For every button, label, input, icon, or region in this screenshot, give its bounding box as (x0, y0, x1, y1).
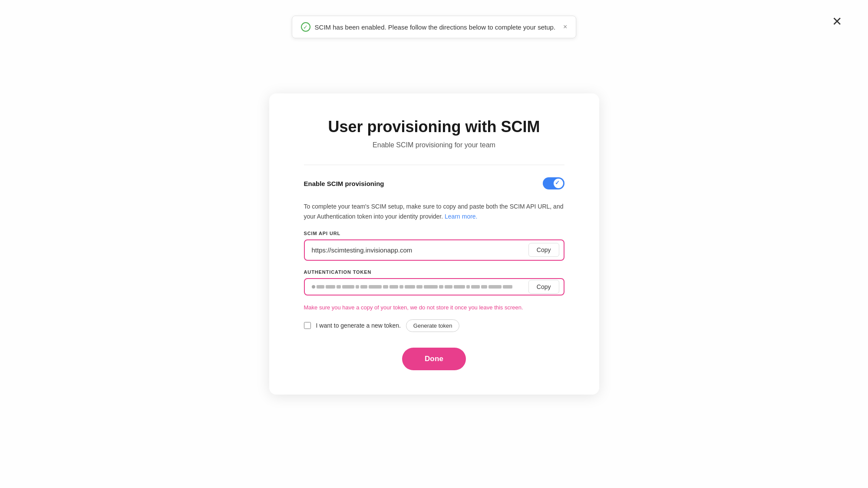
token-char (369, 285, 382, 289)
toast-notification: ✓ SCIM has been enabled. Please follow t… (292, 16, 577, 38)
modal-overlay: ✕ ✓ SCIM has been enabled. Please follow… (0, 0, 868, 488)
token-char (326, 285, 335, 289)
token-char (424, 285, 438, 289)
scim-url-copy-button[interactable]: Copy (528, 243, 559, 257)
token-char (360, 285, 367, 289)
modal-subtitle: Enable SCIM provisioning for your team (304, 141, 564, 149)
done-button[interactable]: Done (402, 348, 466, 370)
scim-url-input[interactable] (305, 240, 528, 260)
scim-url-field-container: Copy (304, 239, 564, 261)
modal-dialog: User provisioning with SCIM Enable SCIM … (269, 93, 599, 395)
token-char (405, 285, 415, 289)
toast-message: SCIM has been enabled. Please follow the… (315, 23, 556, 31)
token-char (416, 285, 422, 289)
token-char (342, 285, 354, 289)
token-char (445, 285, 452, 289)
modal-close-button[interactable]: ✕ (832, 16, 842, 28)
toggle-label: Enable SCIM provisioning (304, 180, 384, 187)
token-char (481, 285, 487, 289)
toast-close-button[interactable]: × (563, 23, 567, 31)
token-char (317, 285, 324, 289)
token-char (471, 285, 480, 289)
generate-token-button[interactable]: Generate token (406, 319, 460, 332)
auth-token-display (305, 279, 528, 295)
toggle-slider (543, 177, 564, 189)
token-char (503, 285, 512, 289)
token-char (439, 285, 443, 289)
token-char (488, 285, 502, 289)
generate-token-checkbox[interactable] (304, 322, 311, 329)
token-char (383, 285, 388, 289)
generate-token-row: I want to generate a new token. Generate… (304, 319, 564, 332)
toggle-check-icon: ✓ (555, 179, 560, 186)
modal-title: User provisioning with SCIM (304, 118, 564, 136)
auth-token-field-container: Copy (304, 278, 564, 295)
token-char (454, 285, 465, 289)
token-char (389, 285, 398, 289)
generate-token-label: I want to generate a new token. (316, 322, 401, 329)
scim-toggle[interactable]: ✓ (543, 177, 564, 189)
scim-url-label: SCIM API URL (304, 231, 564, 236)
scim-toggle-row: Enable SCIM provisioning ✓ (304, 177, 564, 189)
toast-success-icon: ✓ (301, 22, 310, 32)
token-char (312, 285, 315, 289)
auth-token-label: Authentication token (304, 269, 564, 275)
token-char (337, 285, 341, 289)
auth-token-copy-button[interactable]: Copy (528, 280, 559, 294)
token-warning-text: Make sure you have a copy of your token,… (304, 304, 564, 311)
modal-divider (304, 165, 564, 165)
token-char (356, 285, 359, 289)
token-char (399, 285, 403, 289)
token-char (466, 285, 470, 289)
description-text: To complete your team's SCIM setup, make… (304, 202, 564, 221)
learn-more-link[interactable]: Learn more. (445, 213, 477, 220)
